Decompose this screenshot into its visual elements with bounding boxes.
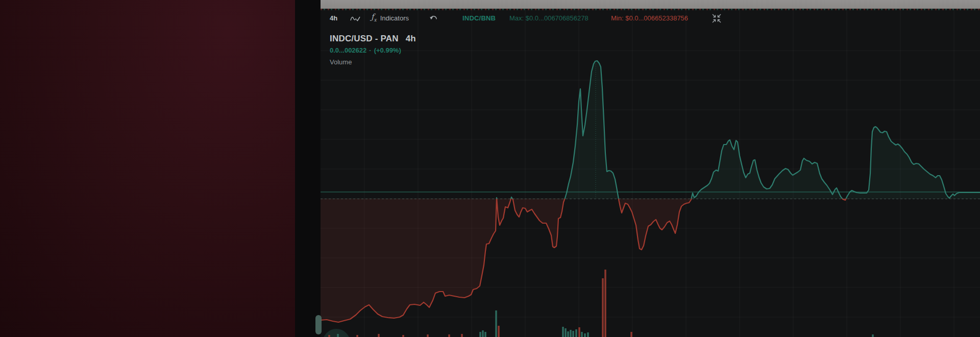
volume-bar-down [602,278,604,337]
price-separator: · [369,46,371,54]
symbol-timeframe: 4h [406,34,416,43]
price-change: (+0.99%) [374,46,401,54]
volume-bar-down [328,335,330,337]
volume-bar-up [482,330,484,337]
price-value: 0.0...002622 [330,46,366,54]
line-chart-icon [350,14,361,22]
pair-button[interactable]: INDC/BNB [462,13,496,23]
panel-divider [295,0,321,337]
volume-bar-down [402,335,404,337]
collapse-button[interactable] [712,13,722,23]
volume-bar-down [448,334,450,337]
volume-bar-up [572,331,574,337]
page-scrollbar-thumb[interactable] [315,315,322,334]
volume-bar-up [575,329,577,337]
volume-bar-up [565,328,567,337]
page: { "toolbar": { "timeframe": "4h", "fx_gl… [0,0,980,337]
fx-icon: ƒx [371,12,377,25]
volume-bar-up [581,332,583,337]
indicators-label: Indicators [380,13,409,23]
undo-icon [429,15,438,22]
volume-bar-down [630,332,632,337]
volume-bar-up [567,331,569,337]
volume-bar-up [584,333,586,337]
volume-bar-down [461,334,463,337]
indicators-button[interactable]: ƒx Indicators [371,13,409,23]
volume-bar-up [570,330,572,337]
volume-bar-down [356,335,358,337]
undo-button[interactable] [429,13,438,23]
symbol-title: INDC/USD - PAN [330,34,399,43]
volume-bar-down [604,270,606,337]
volume-label: Volume [330,58,352,66]
volume-bar-up [587,332,589,337]
collapse-icon [712,13,722,23]
volume-bar-up [479,332,481,337]
volume-bar-up [872,334,874,337]
volume-bar-down [427,334,429,337]
volume-bar-down [578,327,580,337]
volume-bar-up [337,334,339,337]
watermark-logo [323,329,350,337]
volume-bar-down [498,326,500,337]
price-row: 0.0...002622·(+0.99%) [330,46,401,54]
volume-bar-up [562,327,564,337]
chart-style-button[interactable] [350,13,361,23]
volume-bar-up [484,332,486,337]
chart-canvas[interactable] [321,0,980,337]
volume-bar-up [495,310,497,337]
min-price-label: Min: $0.0...006652338756 [611,13,688,23]
symbol-title-row: INDC/USD - PAN4h [330,34,416,44]
timeframe-button[interactable]: 4h [330,13,337,23]
dimmed-site-background [0,0,295,337]
max-price-label: Max: $0.0...006706856278 [509,13,589,23]
volume-bar-down [378,334,380,337]
